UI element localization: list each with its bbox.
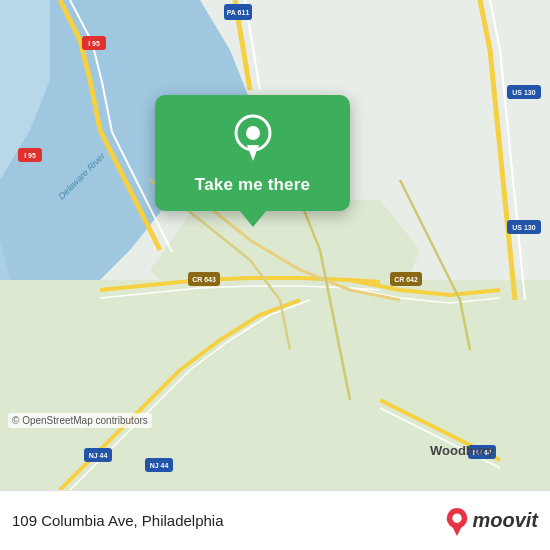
svg-text:US 130: US 130 <box>512 224 535 231</box>
svg-marker-37 <box>453 526 462 535</box>
svg-point-33 <box>246 126 260 140</box>
moovit-pin-icon <box>444 506 470 536</box>
take-me-there-label: Take me there <box>195 175 310 195</box>
svg-point-36 <box>453 513 462 522</box>
svg-text:I 95: I 95 <box>88 40 100 47</box>
svg-text:US 130: US 130 <box>512 89 535 96</box>
moovit-brand-text: moovit <box>472 509 538 532</box>
svg-text:CR 642: CR 642 <box>394 276 418 283</box>
location-pin-icon <box>227 113 279 165</box>
svg-text:CR 643: CR 643 <box>192 276 216 283</box>
map-attribution: © OpenStreetMap contributors <box>8 413 152 428</box>
popup-card[interactable]: Take me there <box>155 95 350 211</box>
svg-marker-34 <box>247 145 259 161</box>
svg-text:Woodbury: Woodbury <box>430 443 495 458</box>
svg-text:PA 611: PA 611 <box>227 9 250 16</box>
moovit-logo: moovit <box>444 506 538 536</box>
svg-text:NJ 44: NJ 44 <box>150 462 169 469</box>
svg-text:NJ 44: NJ 44 <box>89 452 108 459</box>
bottom-bar: 109 Columbia Ave, Philadelphia moovit <box>0 490 550 550</box>
svg-text:I 95: I 95 <box>24 152 36 159</box>
map-container[interactable]: PA 611 I 95 I 95 US 130 US 130 CR 643 CR… <box>0 0 550 490</box>
location-text: 109 Columbia Ave, Philadelphia <box>12 512 444 529</box>
